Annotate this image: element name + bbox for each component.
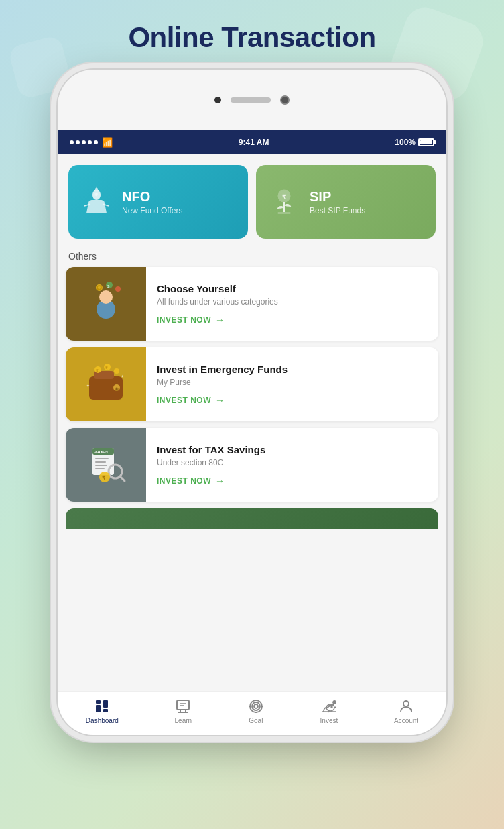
- dashboard-nav-label: Dashboard: [86, 717, 119, 724]
- choose-yourself-content: Choose Yourself All funds under various …: [146, 267, 289, 341]
- emergency-title: Invest in Emergency Funds: [157, 364, 288, 375]
- nfo-card-text: NFO New Fund Offers: [122, 189, 182, 215]
- sip-icon: ₹: [267, 184, 302, 219]
- status-bar: 📶 9:41 AM 100%: [58, 130, 446, 154]
- choose-yourself-title: Choose Yourself: [157, 283, 278, 294]
- nav-item-dashboard[interactable]: Dashboard: [86, 698, 119, 724]
- nav-item-learn[interactable]: Learn: [175, 698, 192, 724]
- others-section-label: Others: [58, 244, 446, 267]
- top-cards-row: ₹ NFO New Fund Offers: [58, 154, 446, 244]
- camera-area: [214, 95, 290, 105]
- list-item-choose-yourself[interactable]: ⚙ $ ↑ Choose Yourself All funds under va…: [66, 267, 438, 341]
- svg-text:✦: ✦: [121, 374, 124, 378]
- svg-rect-28: [95, 461, 106, 463]
- nfo-icon: ₹: [79, 184, 114, 219]
- choose-yourself-subtitle: All funds under various categories: [157, 297, 278, 307]
- tax-content: Invest for TAX Savings Under section 80C…: [146, 428, 276, 502]
- svg-text:◉: ◉: [115, 386, 119, 391]
- sip-card[interactable]: ₹ SIP Best SIP Funds: [256, 165, 436, 239]
- tax-image: TAX RETURN ₹: [66, 428, 146, 502]
- nfo-subtitle: New Fund Offers: [122, 206, 182, 215]
- choose-yourself-cta[interactable]: INVEST NOW →: [157, 315, 278, 325]
- svg-point-47: [254, 704, 258, 708]
- choose-yourself-cta-label: INVEST NOW: [157, 315, 211, 325]
- status-time: 9:41 AM: [239, 137, 269, 147]
- goal-nav-label: Goal: [249, 717, 263, 724]
- svg-text:RETURN: RETURN: [94, 450, 108, 454]
- svg-rect-39: [177, 700, 189, 710]
- nav-item-goal[interactable]: Goal: [248, 698, 264, 724]
- svg-point-52: [333, 701, 336, 704]
- status-left: 📶: [70, 137, 113, 148]
- svg-point-55: [403, 701, 409, 706]
- emergency-content: Invest in Emergency Funds My Purse INVES…: [146, 347, 298, 421]
- others-list: ⚙ $ ↑ Choose Yourself All funds under va…: [58, 267, 446, 502]
- tax-subtitle: Under section 80C: [157, 458, 265, 467]
- phone-body: 📶 9:41 AM 100% ₹: [58, 70, 446, 735]
- sip-subtitle: Best SIP Funds: [310, 206, 365, 215]
- invest-icon: [321, 698, 337, 714]
- tax-arrow: →: [215, 476, 225, 486]
- list-item-tax[interactable]: TAX RETURN ₹: [66, 428, 438, 502]
- battery-percent: 100%: [395, 137, 416, 147]
- emergency-cta-label: INVEST NOW: [157, 396, 211, 405]
- wifi-icon: 📶: [102, 137, 113, 148]
- svg-rect-35: [96, 700, 101, 704]
- nav-item-invest[interactable]: Invest: [320, 698, 338, 724]
- phone-top-bar: [58, 70, 446, 130]
- sip-card-text: SIP Best SIP Funds: [310, 189, 365, 215]
- account-nav-label: Account: [394, 717, 418, 724]
- svg-point-46: [252, 702, 260, 710]
- svg-text:⚙: ⚙: [97, 287, 101, 291]
- battery-fill: [420, 140, 432, 144]
- nfo-title: NFO: [122, 189, 182, 205]
- tax-cta[interactable]: INVEST NOW →: [157, 476, 265, 486]
- account-icon: [398, 698, 414, 714]
- invest-nav-label: Invest: [320, 717, 338, 724]
- svg-rect-38: [103, 709, 108, 712]
- emergency-subtitle: My Purse: [157, 378, 288, 387]
- learn-icon: [175, 698, 191, 714]
- svg-text:✦: ✦: [86, 383, 90, 389]
- dashboard-icon: [94, 698, 110, 714]
- emergency-arrow: →: [215, 395, 225, 406]
- camera-dot: [280, 95, 290, 105]
- app-content: ₹ NFO New Fund Offers: [58, 154, 446, 691]
- choose-yourself-arrow: →: [215, 315, 225, 325]
- svg-rect-30: [95, 468, 105, 469]
- sip-title: SIP: [310, 189, 365, 205]
- battery-icon: [418, 138, 434, 146]
- signal-dots: [70, 140, 98, 144]
- emergency-image: ₹ ₹ ◉ ✦ ✦: [66, 347, 146, 421]
- phone-frame: 📶 9:41 AM 100% ₹: [0, 70, 504, 735]
- nav-item-account[interactable]: Account: [394, 698, 418, 724]
- nfo-card[interactable]: ₹ NFO New Fund Offers: [68, 165, 248, 239]
- choose-yourself-image: ⚙ $ ↑: [66, 267, 146, 341]
- svg-rect-27: [95, 458, 109, 459]
- learn-nav-label: Learn: [175, 717, 192, 724]
- svg-rect-37: [103, 700, 108, 708]
- svg-rect-36: [96, 705, 101, 712]
- bottom-nav: Dashboard Learn: [58, 691, 446, 735]
- battery-container: 100%: [395, 137, 434, 147]
- svg-text:↑: ↑: [116, 288, 118, 292]
- goal-icon: [248, 698, 264, 714]
- svg-rect-29: [95, 465, 107, 466]
- svg-point-16: [114, 368, 119, 374]
- emergency-cta[interactable]: INVEST NOW →: [157, 395, 288, 406]
- front-camera: [214, 97, 221, 103]
- tax-title: Invest for TAX Savings: [157, 444, 265, 455]
- svg-text:₹: ₹: [105, 366, 108, 370]
- svg-line-32: [120, 476, 125, 481]
- partial-card: [66, 508, 438, 529]
- list-item-emergency[interactable]: ₹ ₹ ◉ ✦ ✦ Invest in Emergency Funds My P: [66, 347, 438, 421]
- svg-text:₹: ₹: [96, 369, 99, 373]
- speaker: [231, 97, 271, 103]
- tax-cta-label: INVEST NOW: [157, 476, 211, 486]
- svg-point-54: [331, 706, 332, 708]
- svg-point-4: [99, 290, 113, 304]
